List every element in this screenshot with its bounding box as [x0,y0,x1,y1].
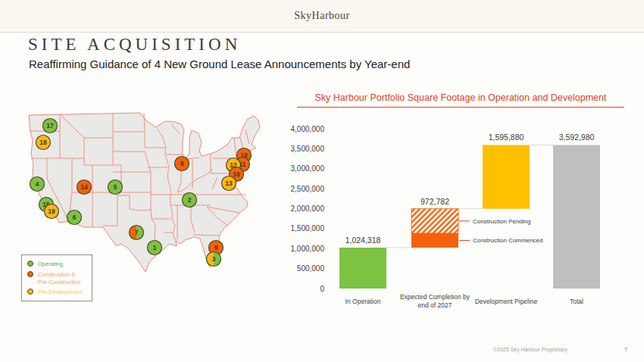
map-marker-6: 6 [67,211,82,225]
legend-label: Construction & Pre-Construction [38,271,80,286]
map-marker-4: 4 [30,177,45,192]
bar-segment [411,209,458,233]
predevelopment-dot-icon [27,289,33,295]
y-tick-label: 2,500,000 [291,185,325,193]
x-category-label: Development Pipeline [475,298,538,305]
legend-item-predevelopment: Pre-Development [27,289,88,296]
annotation-label: Construction Pending [473,218,531,225]
map-marker-5: 5 [108,180,123,195]
brand-logo: SkyHarbour [294,10,349,22]
svg-text:5: 5 [114,183,117,191]
svg-text:6: 6 [73,214,77,221]
svg-text:14: 14 [80,183,88,191]
x-category-label: Expected Completion by [400,293,470,301]
annotation-label: Construction Commenced [473,237,542,244]
svg-text:7: 7 [135,229,139,236]
bar-value-label: 1,595,880 [489,133,524,142]
svg-text:13: 13 [225,179,233,187]
map-marker-18: 18 [36,136,51,150]
x-category-label: Total [570,298,583,305]
page-title: SITE ACQUISITION [28,35,241,55]
map-legend: Operating Construction & Pre-Constructio… [21,254,92,301]
svg-text:8: 8 [180,160,184,167]
y-tick-label: 500,000 [297,264,325,273]
map-marker-13: 13 [222,176,236,191]
y-tick-label: 1,000,000 [291,245,325,253]
waterfall-chart: 4,000,0003,500,0003,000,0002,500,0002,00… [286,89,630,317]
map-marker-17: 17 [43,119,58,133]
x-category-label: In Operation [345,298,381,305]
construction-dot-icon [27,271,33,277]
svg-text:4: 4 [36,180,39,188]
bar-segment [483,145,530,208]
x-category-label: end of 2027 [418,301,452,309]
svg-text:16: 16 [233,170,240,178]
svg-text:1: 1 [153,244,157,251]
y-tick-label: 0 [320,285,324,293]
y-tick-label: 3,500,000 [291,145,325,153]
bar-value-label: 1,024,318 [345,236,381,245]
map-marker-8: 8 [175,157,189,171]
bar-segment [553,145,600,289]
legend-item-operating: Operating [27,261,88,268]
legend-label: Pre-Development [38,289,82,296]
legend-item-construction: Construction & Pre-Construction [27,271,88,286]
y-tick-label: 3,000,000 [291,164,325,173]
map-marker-7: 7 [130,226,144,240]
map-marker-2: 2 [183,193,197,208]
map-marker-1: 1 [148,241,162,255]
bar-segment [411,233,458,248]
us-map: 17184145151968210111216137193 [27,111,267,275]
operating-dot-icon [27,261,33,267]
footer-copyright: ©2025 Sky Harbour Proprietary [455,347,606,352]
svg-text:17: 17 [46,122,54,130]
header-bar: SkyHarbour [0,0,644,33]
chart-area: Sky Harbour Portfolio Square Footage in … [286,89,630,329]
svg-text:19: 19 [48,208,55,215]
slide: SkyHarbour SITE ACQUISITION Reaffirming … [0,0,644,362]
map-marker-3: 3 [207,252,221,267]
map-marker-19: 19 [45,204,59,219]
bar-segment [339,248,386,289]
svg-text:18: 18 [39,139,47,146]
y-tick-label: 1,500,000 [291,224,325,232]
y-tick-label: 2,000,000 [291,204,325,213]
bar-value-label: 3,592,980 [559,133,595,142]
svg-text:2: 2 [188,196,192,204]
svg-text:9: 9 [214,244,218,251]
page-subtitle: Reaffirming Guidance of 4 New Ground Lea… [29,58,410,70]
bar-value-label: 972,782 [420,197,449,206]
legend-label: Operating [38,261,63,268]
page-number: 7 [618,346,633,353]
svg-text:3: 3 [212,255,216,263]
y-tick-label: 4,000,000 [291,125,325,133]
map-marker-14: 14 [77,180,92,195]
